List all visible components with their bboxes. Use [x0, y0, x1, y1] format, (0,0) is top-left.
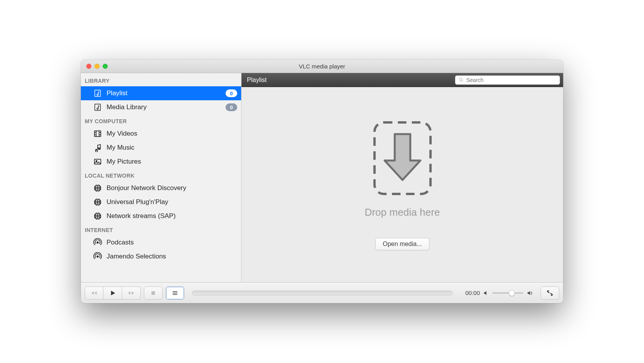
sidebar-item-podcasts[interactable]: Podcasts [81, 236, 241, 250]
section-header: INTERNET [81, 223, 241, 236]
svg-rect-2 [94, 131, 101, 137]
transport-buttons [85, 286, 141, 300]
sidebar-item-label: Playlist [107, 89, 221, 97]
section-header: LOCAL NETWORK [81, 169, 241, 181]
sidebar-item-label: My Videos [107, 130, 237, 138]
dropzone[interactable]: Drop media here Open media... [242, 87, 563, 282]
sidebar-item-universal-plug-n-play[interactable]: Universal Plug'n'Play [81, 195, 241, 209]
sidebar-item-label: Jamendo Selections [107, 253, 237, 260]
search-icon [458, 77, 464, 83]
section-header: MY COMPUTER [81, 114, 241, 127]
play-icon [109, 290, 116, 297]
svg-point-16 [97, 242, 98, 243]
sidebar-item-label: Podcasts [107, 239, 237, 246]
traffic-lights [81, 64, 108, 69]
previous-icon [91, 290, 98, 297]
svg-line-19 [462, 80, 463, 82]
film-icon [93, 129, 102, 138]
sidebar-item-my-pictures[interactable]: My Pictures [81, 155, 241, 169]
globe-icon [93, 184, 102, 192]
playlist-icon [93, 89, 102, 98]
podcast-icon [93, 252, 102, 261]
globe-icon [93, 212, 102, 220]
svg-point-18 [459, 78, 462, 81]
sidebar-item-playlist[interactable]: Playlist0 [81, 86, 241, 100]
svg-point-10 [98, 148, 100, 150]
playlist-toggle-button[interactable] [166, 286, 184, 300]
play-button[interactable] [103, 286, 122, 300]
content-header-title: Playlist [245, 77, 267, 84]
sidebar-item-network-streams-sap-[interactable]: Network streams (SAP) [81, 209, 241, 223]
volume-high-icon [527, 290, 533, 296]
count-badge: 0 [226, 103, 237, 111]
section-header: LIBRARY [81, 74, 241, 86]
list-icon [172, 290, 178, 297]
titlebar: VLC media player [81, 60, 563, 73]
volume-low-icon [483, 290, 489, 296]
search-input[interactable] [466, 77, 556, 83]
playback-controls: 00:00 [81, 282, 563, 303]
svg-point-9 [95, 149, 97, 151]
fullscreen-icon [546, 290, 553, 297]
close-window-button[interactable] [86, 64, 91, 69]
stop-button[interactable] [144, 286, 163, 300]
sidebar-item-media-library[interactable]: Media Library0 [81, 100, 241, 114]
sidebar-item-label: Bonjour Network Discovery [107, 184, 237, 192]
sidebar: LIBRARYPlaylist0Media Library0MY COMPUTE… [81, 73, 242, 282]
sidebar-item-label: Network streams (SAP) [107, 212, 237, 220]
dropzone-text: Drop media here [365, 206, 440, 218]
sidebar-item-label: Media Library [107, 103, 221, 111]
music-icon [93, 143, 102, 152]
search-field-wrap[interactable] [455, 75, 560, 85]
svg-rect-21 [152, 291, 155, 295]
picture-icon [93, 157, 102, 166]
sidebar-item-bonjour-network-discovery[interactable]: Bonjour Network Discovery [81, 181, 241, 195]
playlist-icon [93, 103, 102, 112]
window-title: VLC media player [81, 63, 563, 70]
content-header: Playlist [242, 73, 563, 87]
app-window: VLC media player LIBRARYPlaylist0Media L… [81, 60, 563, 303]
open-media-button[interactable]: Open media... [375, 238, 429, 250]
sidebar-item-my-videos[interactable]: My Videos [81, 127, 241, 141]
dropzone-icon [371, 119, 434, 199]
previous-button[interactable] [85, 286, 103, 300]
globe-icon [93, 198, 102, 206]
time-display: 00:00 [460, 290, 480, 296]
sidebar-item-my-music[interactable]: My Music [81, 141, 241, 155]
next-button[interactable] [122, 286, 141, 300]
sidebar-item-label: My Pictures [107, 158, 237, 166]
minimize-window-button[interactable] [94, 64, 100, 69]
volume-control [483, 290, 533, 296]
podcast-icon [93, 238, 102, 247]
maximize-window-button[interactable] [103, 64, 108, 69]
svg-point-17 [97, 256, 98, 257]
stop-icon [150, 290, 157, 297]
sidebar-item-jamendo-selections[interactable]: Jamendo Selections [81, 250, 241, 264]
volume-slider[interactable] [492, 292, 523, 294]
seek-bar[interactable] [192, 291, 453, 295]
sidebar-item-label: My Music [107, 144, 237, 152]
content-area: Playlist Drop media here Open media [242, 73, 563, 282]
fullscreen-button[interactable] [541, 286, 559, 300]
next-icon [128, 290, 135, 297]
sidebar-item-label: Universal Plug'n'Play [107, 198, 237, 206]
count-badge: 0 [226, 89, 237, 97]
